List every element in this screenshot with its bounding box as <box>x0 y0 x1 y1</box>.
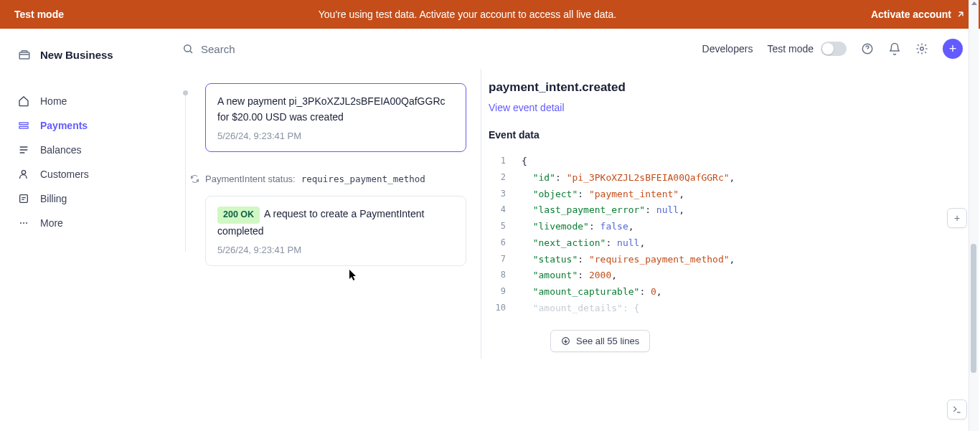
settings-icon[interactable] <box>915 42 928 55</box>
nav-label: Payments <box>40 120 88 131</box>
expand-icon <box>561 336 570 346</box>
terminal-icon <box>952 404 962 415</box>
svg-rect-1 <box>19 123 28 125</box>
nav-label: Home <box>40 95 67 107</box>
test-mode-toggle[interactable] <box>821 42 847 56</box>
code-line-content: "id": "pi_3PKoXZJL2sBFEIA00QafGGRc", <box>522 170 735 186</box>
event-data-code: 1{2 "id": "pi_3PKoXZJL2sBFEIA00QafGGRc",… <box>489 153 966 317</box>
search-icon <box>182 43 194 55</box>
svg-point-3 <box>22 171 25 174</box>
svg-rect-4 <box>20 195 28 203</box>
billing-icon <box>17 192 30 205</box>
activate-account-label: Activate account <box>871 9 951 20</box>
svg-point-5 <box>20 222 22 224</box>
business-name: New Business <box>40 49 113 61</box>
code-line-content: "next_action": null, <box>522 235 645 252</box>
nav-item-more[interactable]: More <box>0 211 172 235</box>
timeline-connector <box>185 90 186 252</box>
banner-mode-label: Test mode <box>14 9 64 20</box>
scrollbar-thumb[interactable] <box>971 244 976 373</box>
topbar: Search Developers Test mode + <box>172 29 980 69</box>
search-placeholder: Search <box>201 43 235 55</box>
nav-label: Balances <box>40 144 82 156</box>
floating-cli-button[interactable] <box>947 399 967 420</box>
line-number: 9 <box>489 284 522 300</box>
nav-item-billing[interactable]: Billing <box>0 186 172 211</box>
line-number: 10 <box>489 300 522 317</box>
code-line-content: "amount": 2000, <box>522 267 617 284</box>
line-number: 2 <box>489 170 522 186</box>
event-card-payment-created[interactable]: A new payment pi_3PKoXZJL2sBFEIA00QafGGR… <box>205 83 466 152</box>
home-icon <box>17 95 30 108</box>
event-time: 5/26/24, 9:23:41 PM <box>217 131 454 141</box>
plus-icon: + <box>949 42 957 57</box>
floating-add-button[interactable]: + <box>947 208 967 228</box>
notifications-icon[interactable] <box>888 42 901 55</box>
plus-icon: + <box>954 212 960 224</box>
event-detail-panel: payment_intent.created View event detail… <box>489 69 980 431</box>
line-number: 4 <box>489 202 522 219</box>
activate-account-link[interactable]: Activate account <box>871 9 966 20</box>
nav: Home Payments Balances Customers Billing <box>0 75 172 235</box>
code-line-content: "last_payment_error": null, <box>522 202 684 219</box>
timeline-dot <box>183 90 188 95</box>
business-icon <box>17 47 32 62</box>
test-mode-banner: Test mode You're using test data. Activa… <box>0 0 980 29</box>
view-event-detail-link[interactable]: View event detail <box>489 102 966 113</box>
nav-item-home[interactable]: Home <box>0 89 172 113</box>
event-data-heading: Event data <box>489 129 966 141</box>
payment-intent-status-row: PaymentIntent status: requires_payment_m… <box>189 164 466 196</box>
refresh-icon <box>189 174 199 184</box>
svg-point-10 <box>920 47 924 51</box>
event-title: 200 OKA request to create a PaymentInten… <box>217 207 454 239</box>
event-card-request-completed[interactable]: 200 OKA request to create a PaymentInten… <box>205 196 466 266</box>
code-line-content: "object": "payment_intent", <box>522 186 684 203</box>
payments-icon <box>17 119 30 132</box>
line-number: 7 <box>489 252 522 268</box>
svg-point-7 <box>26 222 27 224</box>
event-timeline: A new payment pi_3PKoXZJL2sBFEIA00QafGGR… <box>172 69 466 431</box>
code-line-content: "amount_details": { <box>522 300 639 317</box>
code-line-content: { <box>522 153 527 170</box>
svg-point-8 <box>184 45 191 52</box>
help-icon[interactable] <box>861 42 874 55</box>
customers-icon <box>17 168 30 181</box>
business-switcher[interactable]: New Business <box>0 42 172 75</box>
see-all-label: See all 55 lines <box>576 336 639 346</box>
search-input[interactable]: Search <box>182 43 688 55</box>
event-type-title: payment_intent.created <box>489 80 966 95</box>
status-label: PaymentIntent status: <box>205 174 296 184</box>
create-button[interactable]: + <box>943 39 963 59</box>
code-line-content: "livemode": false, <box>522 219 634 235</box>
event-time: 5/26/24, 9:23:41 PM <box>217 245 454 255</box>
external-link-icon <box>956 9 966 19</box>
nav-item-customers[interactable]: Customers <box>0 162 172 186</box>
line-number: 8 <box>489 267 522 284</box>
developers-link[interactable]: Developers <box>702 43 753 55</box>
status-badge: 200 OK <box>217 207 260 223</box>
code-line-content: "amount_capturable": 0, <box>522 284 662 300</box>
sidebar: New Business Home Payments Balances Cus <box>0 29 172 431</box>
nav-item-payments[interactable]: Payments <box>0 113 172 138</box>
svg-rect-2 <box>19 126 28 128</box>
test-mode-label: Test mode <box>767 43 814 55</box>
see-all-lines-button[interactable]: See all 55 lines <box>550 330 650 352</box>
line-number: 1 <box>489 153 522 170</box>
svg-rect-0 <box>19 52 29 59</box>
line-number: 6 <box>489 235 522 252</box>
status-value: requires_payment_method <box>301 174 425 184</box>
more-icon <box>17 217 30 229</box>
vertical-scrollbar[interactable] <box>969 0 979 431</box>
nav-label: Customers <box>40 169 89 180</box>
balances-icon <box>17 143 30 156</box>
code-line-content: "status": "requires_payment_method", <box>522 252 735 268</box>
line-number: 3 <box>489 186 522 203</box>
banner-message: You're using test data. Activate your ac… <box>64 9 871 20</box>
svg-point-6 <box>23 222 24 224</box>
nav-label: More <box>40 217 63 229</box>
nav-label: Billing <box>40 193 67 204</box>
vertical-divider <box>481 69 481 359</box>
nav-item-balances[interactable]: Balances <box>0 138 172 162</box>
event-title: A new payment pi_3PKoXZJL2sBFEIA00QafGGR… <box>217 94 454 125</box>
line-number: 5 <box>489 219 522 235</box>
